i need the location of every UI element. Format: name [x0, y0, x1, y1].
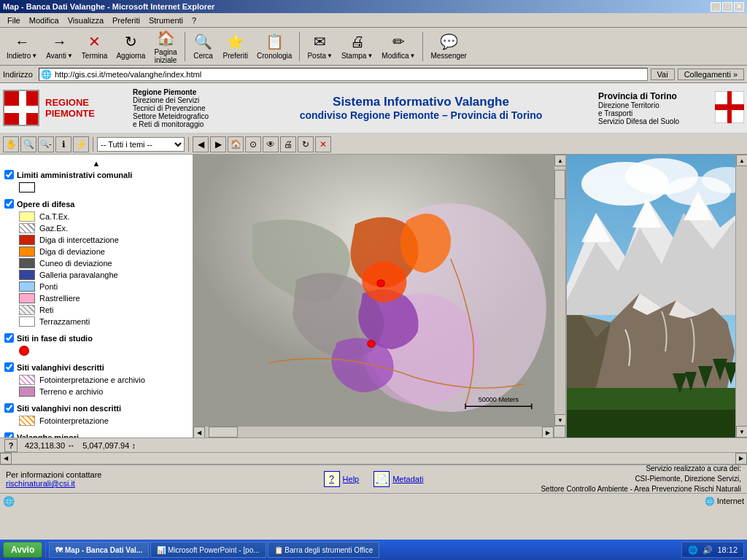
back-label: Indietro [7, 52, 31, 60]
vscroll-track [554, 166, 565, 414]
print-button[interactable]: 🖨 Stampa ▼ [338, 30, 376, 63]
taskbar-item-map[interactable]: 🗺 Map - Banca Dati Val... [49, 542, 149, 558]
forward-button[interactable]: → Avanti ▼ [42, 30, 77, 63]
edit-button[interactable]: ✏ Modifica ▼ [378, 30, 419, 63]
close-button[interactable]: ✕ [734, 2, 744, 12]
vscroll-thumb[interactable] [554, 170, 565, 199]
back-button[interactable]: ← Indietro ▼ [3, 30, 41, 63]
home-map-button[interactable]: 🏠 [228, 136, 244, 152]
legend-title-opere: Opere di difesa [17, 200, 74, 209]
main-hscroll-left[interactable]: ◀ [0, 453, 12, 464]
legend-checkbox-opere[interactable] [4, 199, 14, 209]
messenger-icon: 💬 [440, 33, 458, 50]
search-button[interactable]: 🔍 Cerca [189, 30, 218, 63]
label-gaz: Gaz.Ex. [39, 224, 68, 233]
legend-section-opere: Opere di difesa Ca.T.Ex. Gaz.Ex. Diga di… [4, 199, 188, 327]
menu-modifica[interactable]: Modifica [25, 15, 63, 26]
forward-icon: → [53, 34, 67, 50]
mail-button[interactable]: ✉ Posta ▼ [303, 30, 336, 63]
legend-checkbox-limiti[interactable] [4, 170, 14, 179]
forward-label: Avanti [46, 52, 66, 60]
label-foto-only: Fotointerpretazione [39, 416, 109, 425]
photo-vscroll[interactable]: ▲ ▼ [735, 155, 747, 438]
legend-checkbox-valanghe[interactable] [4, 432, 14, 438]
zoom-in-button[interactable]: 🔍 [20, 136, 36, 152]
messenger-button[interactable]: 💬 Messenger [427, 30, 470, 63]
legend-checkbox-descritti[interactable] [4, 362, 14, 372]
map-vscroll[interactable]: ▲ ▼ [554, 155, 565, 426]
menu-strumenti[interactable]: Strumenti [144, 15, 187, 26]
legend-header-limiti: Limiti amministrativi comunali [4, 170, 188, 179]
history-button[interactable]: 📋 Cronologia [253, 30, 295, 63]
swatch-terreno-arch [19, 386, 35, 397]
taskbar-item-powerpoint[interactable]: 📊 Microsoft PowerPoint - [po... [150, 542, 266, 558]
vscroll-down-button[interactable]: ▼ [554, 414, 566, 426]
swatch-rastrelliere [19, 293, 35, 303]
menu-visualizza[interactable]: Visualizza [63, 15, 108, 26]
vai-button[interactable]: Vai [651, 69, 675, 80]
label-terreno-arch: Terreno e archivio [39, 387, 103, 396]
swatch-cuneo [19, 258, 35, 268]
map-container[interactable]: 50000 Meters ▲ ▼ ◀ ▶ [193, 155, 565, 438]
footer-email-link[interactable]: rischinaturali@csi.it [6, 479, 75, 488]
help-coords-button[interactable]: ? [4, 439, 18, 452]
print-map-button[interactable]: 🖨 [280, 136, 296, 152]
photo-scroll-down[interactable]: ▼ [736, 426, 747, 438]
minimize-button[interactable]: _ [711, 2, 721, 12]
main-hscroll-right[interactable]: ▶ [735, 453, 747, 464]
legend-item-diga-dev: Diga di deviazione [4, 246, 188, 257]
search-icon: 🔍 [194, 33, 212, 50]
legend-header-descritti: Siti valanghivi descritti [4, 362, 188, 372]
legend-item-terreno-arch: Terreno e archivio [4, 386, 188, 397]
edit-arrow-icon: ▼ [410, 52, 416, 59]
legend-section-limiti: Limiti amministrativi comunali [4, 170, 188, 193]
identify-button[interactable]: 👁 [263, 136, 279, 152]
region-text: REGIONEPIEMONTE [45, 97, 95, 119]
label-diga-int: Diga di intercettazione [39, 236, 119, 244]
legend-title-limiti: Limiti amministrativi comunali [17, 171, 132, 179]
stop-icon: ✕ [88, 33, 101, 50]
home-button[interactable]: 🏠 Paginainiziale [150, 30, 180, 63]
refresh-button[interactable]: ↻ Aggiorna [112, 30, 149, 63]
help-link[interactable]: ? Help [324, 471, 360, 487]
help-icon: ? [324, 471, 340, 487]
lightning-button[interactable]: ⚡ [73, 136, 89, 152]
vscroll-up-button[interactable]: ▲ [554, 155, 566, 166]
stop-map-button[interactable]: ✕ [315, 136, 331, 152]
nav-back-button[interactable]: ◀ [193, 136, 209, 152]
hscroll-thumb[interactable] [209, 427, 238, 438]
full-extent-button[interactable]: ⊙ [245, 136, 261, 152]
map-hscroll[interactable]: ◀ ▶ [193, 426, 554, 438]
favorites-button[interactable]: ⭐ Preferiti [220, 30, 252, 63]
main-hscroll[interactable]: ◀ ▶ [0, 452, 747, 464]
print-label: Stampa [341, 52, 366, 60]
hscroll-left-button[interactable]: ◀ [193, 427, 205, 438]
swatch-limiti [19, 182, 35, 192]
hand-tool-button[interactable]: ✋ [3, 136, 19, 152]
info-button[interactable]: ℹ [55, 136, 71, 152]
taskbar-item-office[interactable]: 📋 Barra degli strumenti Office [268, 542, 380, 558]
metadata-link[interactable]: 📄 Metadati [374, 471, 423, 487]
layer-selector[interactable]: -- Tutti i temi -- [97, 137, 185, 152]
zoom-out-button[interactable]: 🔍- [38, 136, 54, 152]
links-button[interactable]: Collegamenti » [678, 69, 744, 80]
label-rastrelliere: Rastrelliere [39, 294, 80, 303]
svg-text:RE: RE [18, 96, 27, 103]
menu-preferiti[interactable]: Preferiti [108, 15, 144, 26]
menu-help[interactable]: ? [187, 15, 201, 26]
legend-checkbox-studio[interactable] [4, 333, 14, 343]
label-terrazzamenti: Terrazzamenti [39, 317, 90, 326]
hscroll-right-button[interactable]: ▶ [542, 427, 554, 438]
legend-scroll-up[interactable]: ▲ [4, 159, 188, 168]
stop-button[interactable]: ✕ Termina [78, 30, 112, 63]
reload-map-button[interactable]: ↻ [298, 136, 314, 152]
nav-fwd-button[interactable]: ▶ [210, 136, 226, 152]
maximize-button[interactable]: □ [722, 2, 732, 12]
main-content: ▲ Limiti amministrativi comunali Opere d… [0, 155, 747, 438]
start-button[interactable]: Avvio [3, 542, 42, 558]
menu-file[interactable]: File [3, 15, 25, 26]
legend-header-non-descritti: Siti valanghivi non descritti [4, 403, 188, 413]
photo-scroll-up[interactable]: ▲ [736, 155, 747, 166]
legend-checkbox-non-descritti[interactable] [4, 403, 14, 413]
address-input[interactable] [55, 70, 646, 79]
